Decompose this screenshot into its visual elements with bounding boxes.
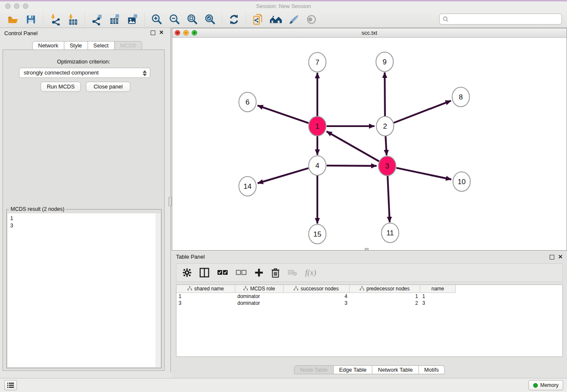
column-header-name[interactable]: name	[420, 285, 456, 293]
mcds-panel: Optimization criterion: strongly connect…	[3, 50, 165, 371]
deselect-all-columns-icon[interactable]	[236, 266, 247, 279]
export-image-icon[interactable]	[125, 12, 140, 27]
close-panel-button[interactable]: Close panel	[86, 82, 130, 92]
table-settings-icon[interactable]	[182, 266, 192, 279]
show-columns-icon[interactable]	[199, 266, 209, 279]
column-header-MCDS-role[interactable]: MCDS role	[235, 285, 284, 293]
svg-text:2: 2	[383, 122, 387, 130]
node-2[interactable]: 2	[377, 116, 394, 136]
table-cell[interactable]: dominator	[235, 300, 284, 306]
edge-4-14[interactable]	[258, 168, 308, 183]
style-brush-icon[interactable]	[286, 12, 301, 27]
close-panel-icon[interactable]: ✕	[159, 29, 164, 36]
table-row[interactable]: 3dominator323	[176, 300, 562, 306]
network-canvas[interactable]: 7968124314101511	[172, 38, 567, 250]
table-cell[interactable]: 1	[350, 293, 420, 300]
tab-network-table[interactable]: Network Table	[372, 365, 418, 374]
search-icon	[443, 16, 449, 22]
edge-3-11[interactable]	[388, 175, 390, 222]
network-from-selection-icon[interactable]	[251, 12, 265, 27]
search-field[interactable]	[439, 14, 562, 25]
zoom-fit-icon[interactable]	[185, 12, 199, 27]
select-all-columns-icon[interactable]	[217, 266, 228, 279]
column-header-shared-name[interactable]: shared name	[176, 285, 235, 293]
edge-2-3[interactable]	[385, 135, 387, 155]
node-9[interactable]: 9	[376, 52, 394, 72]
main-toolbar	[0, 11, 567, 28]
window-resize-gripper[interactable]	[365, 248, 369, 251]
edge-3-1[interactable]	[327, 131, 379, 161]
tab-node-table[interactable]: Node Table	[294, 365, 334, 374]
import-table-icon[interactable]	[66, 12, 80, 27]
close-table-panel-icon[interactable]: ✕	[558, 254, 563, 260]
network-window-titlebar[interactable]: ✕ − + scc.txt	[172, 28, 567, 38]
svg-text:15: 15	[314, 230, 322, 238]
result-scrollbar[interactable]	[156, 213, 160, 367]
table-cell[interactable]: 3	[284, 300, 350, 306]
status-bar: Memory	[0, 378, 567, 392]
tab-style[interactable]: Style	[64, 41, 88, 50]
search-input[interactable]	[451, 15, 561, 23]
table-header-row: shared nameMCDS rolesuccessor nodesprede…	[176, 285, 562, 293]
list-icon	[7, 382, 14, 388]
task-history-button[interactable]	[4, 380, 17, 390]
table-cell[interactable]: 1	[176, 293, 235, 300]
open-session-icon[interactable]	[6, 12, 20, 27]
optimization-criterion-label: Optimization criterion:	[3, 58, 164, 65]
export-network-icon[interactable]	[90, 12, 104, 27]
table-cell[interactable]: 1	[420, 293, 456, 300]
edge-1-6[interactable]	[258, 105, 309, 123]
node-11[interactable]: 11	[382, 223, 399, 243]
node-4[interactable]: 4	[309, 156, 326, 175]
select-stepper-icon	[143, 70, 147, 77]
memory-button[interactable]: Memory	[528, 380, 563, 390]
tab-mcds[interactable]: MCDS	[115, 41, 142, 50]
node-14[interactable]: 14	[239, 177, 256, 196]
table-row[interactable]: 1dominator411	[176, 293, 562, 300]
edge-2-9[interactable]	[385, 72, 385, 117]
mcds-result-textarea[interactable]: 1 3	[8, 213, 160, 367]
zoom-in-icon[interactable]	[149, 12, 164, 27]
export-table-icon[interactable]	[107, 12, 122, 27]
save-session-icon[interactable]	[24, 12, 38, 27]
delete-column-icon[interactable]	[271, 266, 280, 279]
eye-icon[interactable]	[304, 12, 319, 27]
criterion-value: strongly connected component	[24, 69, 99, 76]
node-1[interactable]: 1	[309, 116, 326, 136]
edge-3-10[interactable]	[396, 168, 451, 179]
column-header-successor-nodes[interactable]: successor nodes	[284, 285, 350, 293]
tab-network[interactable]: Network	[32, 41, 64, 50]
network-window-title: scc.txt	[172, 30, 567, 36]
table-cell[interactable]: 3	[176, 300, 235, 306]
node-6[interactable]: 6	[239, 92, 256, 112]
run-mcds-button[interactable]: Run MCDS	[41, 82, 81, 92]
home-icon[interactable]	[269, 12, 283, 27]
table-cell[interactable]: 4	[284, 293, 350, 300]
import-network-icon[interactable]	[48, 12, 62, 27]
zoom-selected-icon[interactable]	[203, 12, 217, 27]
network-window: ✕ − + scc.txt 7968124314101511	[172, 28, 567, 251]
svg-text:3: 3	[385, 162, 389, 170]
table-cell[interactable]: 2	[350, 300, 420, 306]
tab-motifs[interactable]: Motifs	[418, 365, 445, 374]
tab-select[interactable]: Select	[88, 41, 115, 50]
edge-4-3[interactable]	[327, 166, 377, 166]
node-3[interactable]: 3	[379, 156, 396, 176]
refresh-icon[interactable]	[227, 12, 241, 27]
criterion-select[interactable]: strongly connected component	[19, 68, 150, 78]
node-7[interactable]: 7	[309, 52, 326, 72]
table-cell[interactable]: dominator	[235, 293, 284, 300]
panel-splitter-handle[interactable]	[168, 197, 172, 206]
zoom-out-icon[interactable]	[167, 12, 182, 27]
add-column-icon[interactable]	[254, 266, 264, 279]
tab-edge-table[interactable]: Edge Table	[333, 365, 372, 374]
node-15[interactable]: 15	[309, 224, 326, 244]
float-table-panel-icon[interactable]	[550, 255, 554, 259]
node-8[interactable]: 8	[452, 87, 470, 107]
toolbar-separator	[85, 12, 85, 27]
column-header-predecessor-nodes[interactable]: predecessor nodes	[350, 285, 420, 293]
table-cell[interactable]: 3	[420, 300, 456, 306]
node-10[interactable]: 10	[453, 172, 471, 191]
float-panel-icon[interactable]	[151, 30, 155, 35]
edge-2-8[interactable]	[394, 101, 451, 123]
